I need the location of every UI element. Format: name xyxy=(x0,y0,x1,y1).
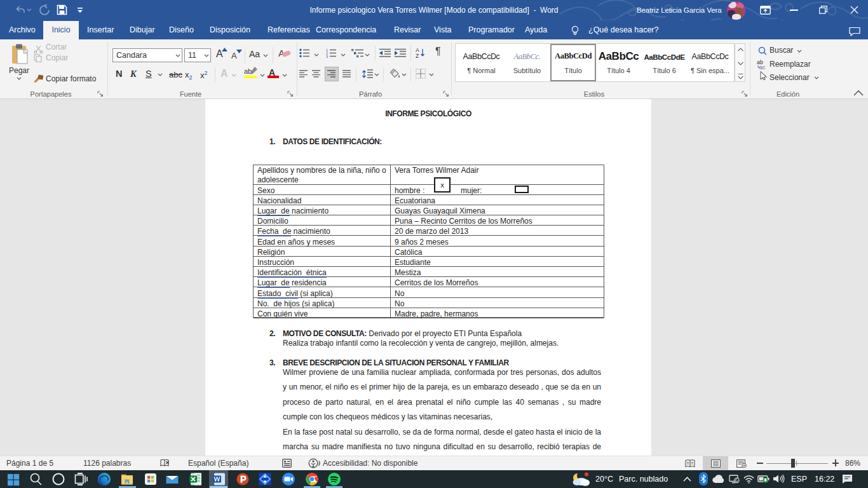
svg-text:3: 3 xyxy=(326,55,328,58)
svg-text:Z: Z xyxy=(416,53,419,58)
svg-text:?: ? xyxy=(318,461,321,467)
svg-text:ac: ac xyxy=(759,64,766,69)
